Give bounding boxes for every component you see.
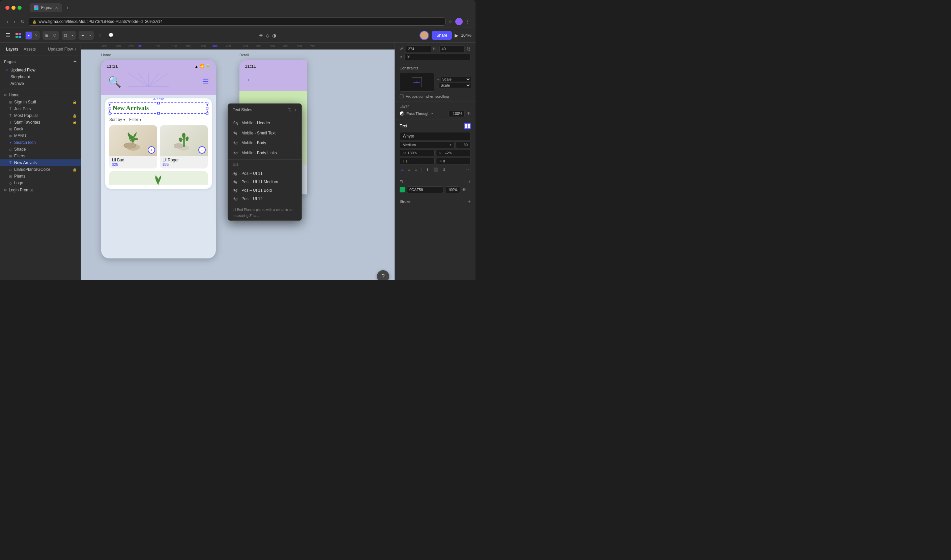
layers-tab[interactable]: Layers	[4, 46, 20, 53]
sort-icon[interactable]: ⇅	[288, 107, 291, 112]
fill-opacity-field[interactable]: 100%	[445, 186, 460, 193]
login-prompt-section-header[interactable]: ⊞ Login Prompt	[0, 186, 80, 194]
layer-item-logo[interactable]: ◇ Logo	[0, 180, 80, 186]
layer-item-back[interactable]: ⊞ Back	[0, 126, 80, 132]
scale-tool[interactable]: ⤡	[32, 32, 39, 38]
pen-dropdown[interactable]: ▾	[87, 32, 93, 38]
style-item-mobile-body[interactable]: Ag Mobile - Body	[228, 138, 301, 148]
url-field[interactable]: 🔒 www.figma.com/file/x5MuLtiPlaY3r/Lil-B…	[29, 17, 446, 26]
resources-tool[interactable]: ◇	[266, 33, 269, 38]
h-constraint-select[interactable]: Scale	[441, 77, 471, 82]
fill-visibility-toggle[interactable]: 👁	[462, 187, 466, 192]
style-item-mobile-body-links[interactable]: Ag Mobile - Body Links	[228, 148, 301, 158]
align-right-button[interactable]: ≡	[413, 166, 418, 173]
layer-item-filters[interactable]: ⊞ Filters	[0, 152, 80, 159]
height-field[interactable]: 40	[439, 46, 465, 52]
valign-mid-button[interactable]: ⬛	[432, 167, 440, 173]
text-grid-button[interactable]	[464, 123, 471, 129]
select-tool[interactable]: ▸	[26, 32, 32, 39]
indent-field[interactable]: ⇥ 0	[436, 158, 471, 165]
page-item-archive[interactable]: ✓ Archive	[4, 80, 77, 87]
fullscreen-traffic-light[interactable]	[17, 6, 22, 10]
style-item-ui11-bold[interactable]: Ag Pos – UI 11 Bold	[228, 186, 301, 194]
valign-top-button[interactable]: ⬆	[425, 167, 431, 173]
frame-tool[interactable]: ⊞	[43, 32, 51, 39]
layer-item-menu[interactable]: ⊞ MENU	[0, 132, 80, 139]
browser-menu-button[interactable]: ⋮	[465, 19, 470, 24]
layer-item-search-icon[interactable]: ✦ Search Icon	[0, 139, 80, 146]
v-constraint-select[interactable]: Scale	[439, 83, 471, 88]
layer-item-sign-in-stuff[interactable]: ⊞ Sign In Stuff 🔒	[0, 99, 80, 105]
sort-by-control[interactable]: Sort by ▾	[109, 117, 125, 122]
layer-item-most-popular[interactable]: T Most Popular 🔒	[0, 112, 80, 119]
canvas-viewport[interactable]: Home 11:11 ▲ 📶 🔋	[81, 49, 395, 280]
letter-spacing-field[interactable]: A↔ -2%	[436, 149, 471, 156]
slice-tool[interactable]: ⬡	[51, 32, 58, 38]
layer-item-just-pots[interactable]: T Just Pots	[0, 105, 80, 112]
align-center-button[interactable]: ≡	[406, 166, 412, 173]
layer-item-new-arrivals[interactable]: T New Arrivals	[0, 159, 80, 166]
paragraph-spacing-field[interactable]: ¶ 1	[400, 158, 435, 165]
fix-position-checkbox[interactable]	[400, 94, 404, 98]
fill-style-button[interactable]: ⋮⋮	[458, 179, 466, 184]
close-traffic-light[interactable]	[5, 6, 9, 10]
line-height-field[interactable]: A↕ 130%	[400, 149, 435, 156]
shape-dropdown[interactable]: ▾	[69, 32, 75, 38]
contrast-tool[interactable]: ◑	[272, 33, 276, 38]
reload-button[interactable]: ↻	[19, 17, 26, 26]
rectangle-tool[interactable]: □	[62, 32, 69, 39]
browser-tab[interactable]: Figma ✕	[30, 3, 62, 12]
style-item-ui12[interactable]: Ag Pos – UI 12	[228, 194, 301, 203]
font-weight-field[interactable]: Medium ▾	[400, 142, 455, 148]
style-item-mobile-small[interactable]: Ag Mobile - Small Text	[228, 128, 301, 138]
rotation-field[interactable]: 0°	[404, 54, 471, 60]
home-section-header[interactable]: ⊞ Home	[0, 91, 80, 99]
minimize-traffic-light[interactable]	[11, 6, 15, 10]
comment-tool[interactable]: 💬	[106, 31, 116, 39]
new-tab-button[interactable]: +	[66, 5, 69, 11]
opacity-field[interactable]: 100%	[449, 110, 465, 117]
align-left-button[interactable]: ≡	[400, 166, 405, 173]
fill-color-swatch[interactable]	[400, 187, 405, 192]
style-item-ui11[interactable]: Ag Pos – UI 11	[228, 169, 301, 178]
text-more-button[interactable]: ⋯	[466, 167, 471, 172]
tab-close-button[interactable]: ✕	[55, 6, 58, 10]
add-stroke-button[interactable]: +	[468, 199, 471, 204]
fill-hex-field[interactable]: 0CAF59	[407, 186, 443, 193]
width-field[interactable]: 274	[406, 46, 431, 52]
forward-button[interactable]: ›	[12, 17, 17, 26]
layer-item-shade[interactable]: □ Shade	[0, 146, 80, 152]
layer-item-plants[interactable]: ⊞ Plants	[0, 173, 80, 180]
zoom-level[interactable]: 104%	[461, 33, 471, 38]
font-size-field[interactable]: 30	[456, 142, 471, 148]
present-button[interactable]: ▶	[455, 33, 458, 38]
remove-fill-button[interactable]: −	[468, 187, 471, 192]
add-to-cart-button-lil-roger[interactable]: +	[198, 146, 206, 154]
main-menu-button[interactable]: ☰	[4, 31, 11, 40]
page-item-storyboard[interactable]: ✓ Storyboard	[4, 74, 77, 80]
stroke-style-button[interactable]: ⋮⋮	[458, 199, 466, 204]
valign-bottom-button[interactable]: ⬇	[441, 167, 447, 173]
font-name-field[interactable]: Whyte	[400, 132, 471, 140]
assets-tab[interactable]: Assets	[22, 46, 38, 53]
bookmark-icon[interactable]: ☆	[448, 19, 452, 24]
blend-mode-label[interactable]: Pass Through	[406, 112, 429, 115]
add-page-button[interactable]: +	[74, 58, 77, 65]
add-style-button[interactable]: +	[294, 107, 297, 112]
filter-control[interactable]: Filter ▾	[129, 117, 141, 122]
lock-ratio-icon[interactable]: ⛓	[467, 46, 471, 51]
profile-avatar[interactable]	[455, 18, 463, 25]
add-fill-button[interactable]: +	[468, 179, 471, 184]
component-tool[interactable]: ⊕	[259, 33, 263, 38]
page-item-updated-flow[interactable]: ✓ Updated Flow	[4, 67, 77, 74]
text-tool[interactable]: T	[96, 31, 103, 39]
back-button[interactable]: ‹	[5, 17, 10, 26]
back-arrow-icon[interactable]: ←	[246, 75, 253, 84]
layer-item-staff-favorites[interactable]: T Staff Favorites 🔒	[0, 119, 80, 126]
style-item-ui11-medium[interactable]: Ag Pos – UI 11 Medium	[228, 178, 301, 186]
pen-tool[interactable]: ✒	[79, 32, 86, 39]
visibility-toggle[interactable]: 👁	[467, 111, 471, 116]
add-to-cart-button-liLBud[interactable]: +	[148, 146, 155, 154]
help-button[interactable]: ?	[377, 270, 389, 280]
layer-item-lilbud-bg[interactable]: □ LilBudPlantBGColor 🔒	[0, 166, 80, 173]
